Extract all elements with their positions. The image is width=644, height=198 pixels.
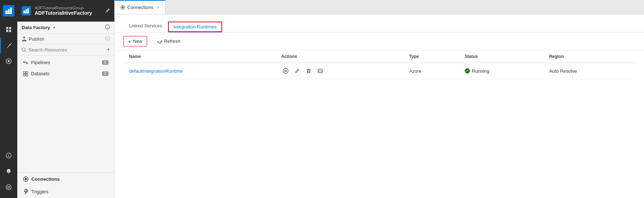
refresh-icon: [157, 39, 162, 44]
svg-point-35: [283, 68, 288, 73]
tab-integration-runtimes[interactable]: Integration Runtimes: [168, 22, 222, 32]
sidebar-item-connections[interactable]: Connections: [17, 173, 114, 185]
sidebar-item-triggers[interactable]: Triggers: [17, 185, 114, 198]
add-resource-button[interactable]: +: [107, 46, 110, 53]
plus-icon: +: [128, 38, 131, 44]
triggers-icon: [23, 189, 28, 194]
sidebar-header-text: ADFTutorialResourceGroup ADFTutorialHive…: [35, 6, 92, 16]
info-circle-icon[interactable]: i: [105, 24, 110, 31]
nav-bell-icon[interactable]: [0, 163, 17, 179]
search-row: +: [17, 44, 114, 55]
svg-rect-31: [23, 74, 25, 76]
svg-point-9: [8, 60, 10, 62]
search-input[interactable]: [28, 47, 105, 53]
table-row: defaultIntegrationRuntime: [123, 63, 635, 79]
tab-close-button[interactable]: ×: [157, 5, 159, 10]
pipelines-count: 0: [102, 60, 109, 65]
nav-grid-icon[interactable]: [0, 22, 17, 37]
dropdown-arrow-icon: [52, 26, 56, 30]
svg-rect-32: [26, 74, 28, 76]
svg-rect-4: [6, 27, 8, 29]
sidebar: ADFTutorialResourceGroup ADFTutorialHive…: [17, 0, 115, 198]
action-delete-button[interactable]: [304, 67, 313, 75]
status-running-dot: [465, 68, 470, 73]
svg-text:i: i: [107, 26, 108, 29]
action-edit-button[interactable]: [293, 67, 301, 75]
nav-monitor-icon[interactable]: [0, 53, 17, 69]
pin-icon[interactable]: [105, 8, 110, 14]
app-logo-area: [0, 0, 17, 22]
publish-info-icon: i: [105, 36, 110, 42]
svg-point-12: [6, 185, 11, 190]
triggers-label: Triggers: [31, 189, 48, 194]
connections-icon: [23, 176, 28, 182]
connections-tab[interactable]: Connections ×: [115, 0, 166, 14]
refresh-label: Refresh: [164, 39, 181, 44]
runtime-name-link[interactable]: defaultIntegrationRuntime: [129, 68, 183, 74]
data-factory-section: Data Factory i: [17, 22, 114, 34]
col-type: Type: [403, 50, 459, 63]
action-monitor-button[interactable]: [281, 67, 290, 75]
svg-rect-7: [9, 30, 11, 32]
sidebar-item-pipelines[interactable]: Pipelines 0: [17, 57, 114, 68]
datasets-icon: [23, 71, 28, 76]
sidebar-header: ADFTutorialResourceGroup ADFTutorialHive…: [17, 0, 114, 22]
sub-tab-bar: Linked Services Integration Runtimes: [115, 14, 644, 32]
pipelines-item-left: Pipelines: [23, 60, 50, 65]
status-label: Running: [472, 68, 489, 74]
connections-panel: Linked Services Integration Runtimes + N…: [115, 14, 644, 198]
connections-tab-icon: [120, 5, 125, 10]
left-nav-bar: i: [0, 0, 17, 198]
publish-label: Publish: [29, 36, 44, 42]
connections-label: Connections: [31, 176, 60, 182]
svg-rect-25: [23, 62, 25, 63]
integration-runtimes-table: Name Actions Type Status Region defaultI…: [123, 50, 635, 79]
svg-rect-18: [23, 13, 29, 13]
table-container: Name Actions Type Status Region defaultI…: [115, 50, 644, 79]
svg-line-24: [25, 50, 26, 52]
sidebar-bottom: Connections Triggers: [17, 172, 114, 198]
sidebar-list: Pipelines 0 Datasets 0: [17, 55, 114, 81]
tab-linked-services[interactable]: Linked Services: [123, 20, 168, 32]
new-label: New: [133, 39, 142, 44]
runtime-region: Auto Resolve: [543, 63, 635, 79]
svg-text:i: i: [107, 37, 108, 40]
nav-edit-icon[interactable]: [0, 37, 17, 53]
publish-row[interactable]: Publish i: [17, 34, 114, 44]
svg-rect-29: [23, 72, 25, 73]
nav-info-icon[interactable]: i: [0, 148, 17, 163]
svg-point-14: [9, 186, 10, 187]
new-button[interactable]: + New: [123, 36, 147, 46]
main-content: Connections × Linked Services Integratio…: [115, 0, 644, 198]
factory-logo: [3, 5, 14, 17]
runtime-status: Running: [465, 68, 538, 74]
nav-bottom-icons: i: [0, 148, 17, 198]
factory-name-label: ADFTutorialHiveFactory: [35, 10, 92, 16]
nav-smiley-icon[interactable]: [0, 179, 17, 195]
svg-rect-30: [26, 72, 28, 73]
svg-rect-5: [9, 27, 11, 29]
svg-rect-6: [6, 30, 8, 32]
col-region: Region: [543, 50, 635, 63]
action-icons: [281, 67, 398, 75]
col-name: Name: [123, 50, 275, 63]
sidebar-section-icons: i: [105, 24, 110, 31]
sidebar-item-datasets[interactable]: Datasets 0: [17, 68, 114, 79]
toolbar: + New Refresh: [115, 32, 644, 50]
refresh-button[interactable]: Refresh: [153, 37, 185, 46]
pipelines-icon: [23, 60, 28, 65]
action-code-button[interactable]: [316, 67, 325, 75]
connections-tab-label: Connections: [127, 5, 153, 10]
sidebar-factory-logo: [22, 6, 31, 15]
datasets-item-left: Datasets: [23, 71, 49, 76]
datasets-count: 0: [102, 71, 109, 76]
col-actions: Actions: [275, 50, 403, 63]
tab-bar: Connections ×: [115, 0, 644, 14]
svg-point-13: [8, 186, 8, 187]
linked-services-tab-label: Linked Services: [129, 23, 162, 28]
datasets-label: Datasets: [31, 71, 49, 76]
search-icon: [22, 48, 26, 52]
svg-point-36: [285, 70, 287, 72]
svg-text:i: i: [8, 154, 9, 158]
svg-rect-3: [5, 13, 12, 14]
